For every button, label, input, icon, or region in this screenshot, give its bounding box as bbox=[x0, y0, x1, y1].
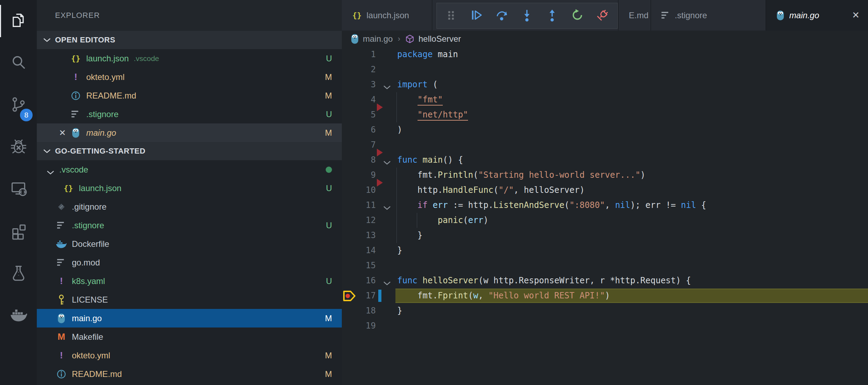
code-text: ) bbox=[397, 122, 402, 137]
tree-item-Makefile[interactable]: MMakefile bbox=[37, 327, 342, 346]
code-line-2[interactable]: 2 bbox=[342, 62, 868, 77]
tree-item-LICENSE[interactable]: LICENSE bbox=[37, 290, 342, 309]
code-line-11[interactable]: 11 if err := http.ListenAndServe(":8080"… bbox=[342, 198, 868, 213]
open-editor-launch.json[interactable]: {}launch.json.vscodeU bbox=[37, 49, 342, 68]
tree-item-README.md[interactable]: README.mdM bbox=[37, 365, 342, 383]
make-file-icon: M bbox=[54, 331, 68, 342]
code-line-10[interactable]: 10 http.HandleFunc("/", helloServer) bbox=[342, 183, 868, 198]
indent-guide bbox=[396, 198, 397, 213]
close-editor-icon[interactable]: ✕ bbox=[56, 128, 69, 138]
step-into-button[interactable] bbox=[520, 9, 534, 23]
tab-readme-partial[interactable]: E.md bbox=[618, 0, 651, 31]
remote-icon bbox=[9, 180, 28, 199]
activity-docker[interactable] bbox=[0, 295, 37, 337]
open-editor-main.go[interactable]: ✕main.goM bbox=[37, 123, 342, 142]
tree-item-k8s.yaml[interactable]: !k8s.yamlU bbox=[37, 272, 342, 290]
code-line-17[interactable]: 17 fmt.Fprint(w, "Hello world REST API!"… bbox=[342, 288, 868, 303]
code-line-7[interactable]: 7 bbox=[342, 137, 868, 153]
editor-label-suffix: .vscode bbox=[134, 54, 159, 63]
code-line-4[interactable]: 4 "fmt" bbox=[342, 92, 868, 107]
breadcrumb-file[interactable]: main.go bbox=[363, 34, 393, 44]
editor-label: launch.json bbox=[86, 54, 129, 63]
tree-item-label: .stignore bbox=[72, 221, 104, 230]
tab-main-go[interactable]: main.go✕ bbox=[766, 0, 868, 31]
code-line-13[interactable]: 13 } bbox=[342, 228, 868, 243]
activity-remote-explorer[interactable] bbox=[0, 168, 37, 210]
code-line-18[interactable]: 18} bbox=[342, 303, 868, 318]
json-file-icon: {} bbox=[61, 184, 75, 192]
line-number: 14 bbox=[342, 243, 376, 258]
tab-stignore[interactable]: .stignore bbox=[651, 0, 766, 31]
code-line-6[interactable]: 6) bbox=[342, 122, 868, 137]
debug-step-over-icon bbox=[495, 8, 509, 23]
editor-label: main.go bbox=[86, 128, 116, 138]
tree-item-.vscode[interactable]: .vscode bbox=[37, 160, 342, 179]
line-number: 13 bbox=[342, 228, 376, 243]
code-text: panic(err) bbox=[397, 213, 488, 228]
code-line-15[interactable]: 15 bbox=[342, 258, 868, 273]
open-editors-header[interactable]: OPEN EDITORS bbox=[37, 31, 342, 49]
line-number: 2 bbox=[342, 62, 376, 77]
fold-chevron-icon[interactable] bbox=[383, 203, 391, 212]
tree-item-.stignore[interactable]: .stignoreU bbox=[37, 216, 342, 235]
activity-extensions[interactable] bbox=[0, 210, 37, 252]
tab-launch-json[interactable]: {}launch.json bbox=[342, 0, 432, 31]
tree-item-label: k8s.yaml bbox=[72, 276, 105, 286]
code-text: } bbox=[397, 228, 422, 243]
tree-item-.gitignore[interactable]: .gitignore bbox=[37, 197, 342, 216]
code-line-1[interactable]: 1package main bbox=[342, 47, 868, 62]
step-over-button[interactable] bbox=[495, 9, 509, 23]
file-tree: .vscode{}launch.jsonU.gitignore.stignore… bbox=[37, 160, 342, 383]
go-file-icon bbox=[351, 34, 359, 44]
activity-testing[interactable] bbox=[0, 252, 37, 295]
lines-file-icon bbox=[69, 110, 83, 118]
activity-run-and-debug[interactable] bbox=[0, 126, 37, 168]
tree-item-launch.json[interactable]: {}launch.jsonU bbox=[37, 179, 342, 197]
line-number: 4 bbox=[342, 92, 376, 107]
project-folder-header[interactable]: GO-GETTING-STARTED bbox=[37, 142, 342, 160]
code-editor[interactable]: 1package main23import (4 "fmt"5 "net/htt… bbox=[342, 47, 868, 385]
fold-chevron-icon[interactable] bbox=[383, 157, 391, 167]
code-line-19[interactable]: 19 bbox=[342, 318, 868, 333]
restart-button[interactable] bbox=[570, 9, 584, 23]
code-text: } bbox=[397, 243, 402, 258]
disconnect-button[interactable] bbox=[596, 9, 610, 23]
tree-item-go.mod[interactable]: go.mod bbox=[37, 253, 342, 272]
tree-item-Dockerfile[interactable]: Dockerfile bbox=[37, 235, 342, 253]
open-editor-README.md[interactable]: README.mdM bbox=[37, 86, 342, 105]
tree-item-label: README.md bbox=[72, 369, 122, 379]
activity-source-control[interactable]: 8 bbox=[0, 84, 37, 126]
extensions-icon bbox=[9, 222, 28, 241]
line-number: 19 bbox=[342, 318, 376, 333]
toolbar-drag-handle[interactable] bbox=[445, 9, 459, 23]
lines-file-icon bbox=[662, 12, 670, 19]
git-status-badge: U bbox=[326, 183, 332, 193]
code-line-12[interactable]: 12 panic(err) bbox=[342, 213, 868, 228]
code-line-3[interactable]: 3import ( bbox=[342, 77, 868, 92]
fold-chevron-icon[interactable] bbox=[383, 278, 391, 288]
close-tab-icon[interactable]: ✕ bbox=[838, 10, 860, 21]
go-file-icon bbox=[69, 128, 83, 138]
open-editor-okteto.yml[interactable]: !okteto.ymlM bbox=[37, 68, 342, 86]
tab-label: E.md bbox=[629, 11, 649, 20]
activity-search[interactable] bbox=[0, 42, 37, 84]
step-out-button[interactable] bbox=[545, 9, 559, 23]
lines-file-icon bbox=[54, 222, 68, 229]
code-line-8[interactable]: 8func main() { bbox=[342, 153, 868, 168]
indent-guide bbox=[396, 107, 397, 122]
code-line-14[interactable]: 14} bbox=[342, 243, 868, 258]
code-line-16[interactable]: 16func helloServer(w http.ResponseWriter… bbox=[342, 273, 868, 288]
breadcrumb-symbol[interactable]: helloServer bbox=[419, 34, 461, 44]
code-line-9[interactable]: 9 fmt.Println("Starting hello-world serv… bbox=[342, 168, 868, 183]
line-number: 10 bbox=[342, 183, 376, 198]
activity-explorer[interactable] bbox=[0, 0, 37, 42]
continue-button[interactable] bbox=[470, 9, 484, 23]
git-deleted-lines-marker bbox=[377, 179, 383, 187]
code-line-5[interactable]: 5 "net/http" bbox=[342, 107, 868, 122]
tree-item-okteto.yml[interactable]: !okteto.ymlM bbox=[37, 346, 342, 365]
fold-chevron-icon[interactable] bbox=[383, 82, 391, 92]
breakpoint-current-line-icon[interactable] bbox=[343, 290, 357, 304]
tree-item-main.go[interactable]: main.goM bbox=[37, 309, 342, 327]
code-text: import ( bbox=[397, 77, 438, 92]
open-editor-.stignore[interactable]: .stignoreU bbox=[37, 105, 342, 123]
